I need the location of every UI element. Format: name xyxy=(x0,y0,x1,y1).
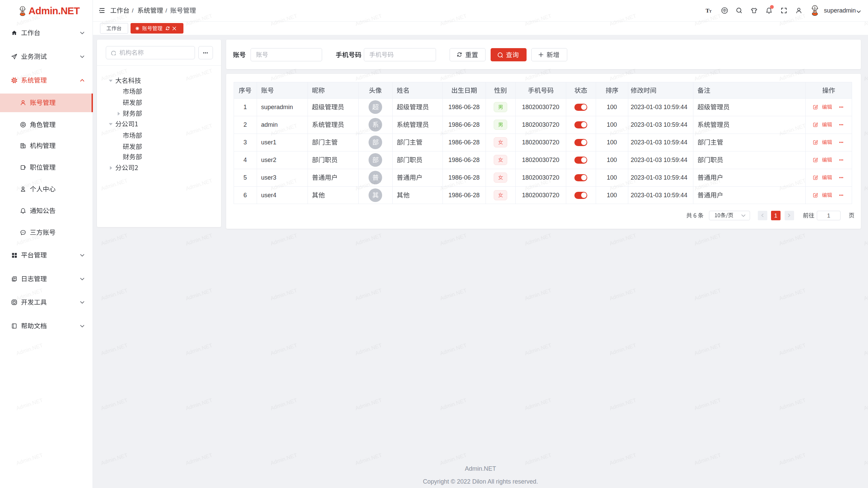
svg-text:T: T xyxy=(709,9,712,13)
